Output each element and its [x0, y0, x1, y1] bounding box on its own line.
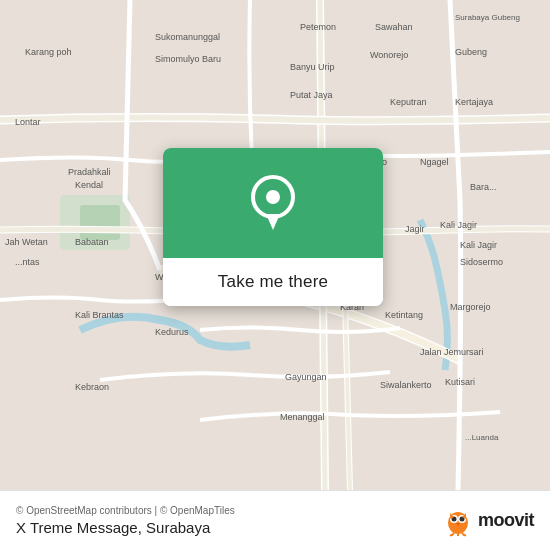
- moovit-owl-icon: [442, 505, 474, 537]
- svg-text:Gubeng: Gubeng: [455, 47, 487, 57]
- svg-text:Kertajaya: Kertajaya: [455, 97, 493, 107]
- svg-text:Kendal: Kendal: [75, 180, 103, 190]
- svg-text:Ngagel: Ngagel: [420, 157, 449, 167]
- location-name-text: X Treme Message, Surabaya: [16, 519, 442, 536]
- svg-text:...ntas: ...ntas: [15, 257, 40, 267]
- svg-text:Sawahan: Sawahan: [375, 22, 413, 32]
- svg-text:Lontar: Lontar: [15, 117, 41, 127]
- svg-text:Kali Jagir: Kali Jagir: [460, 240, 497, 250]
- svg-text:Simomulyo Baru: Simomulyo Baru: [155, 54, 221, 64]
- svg-marker-44: [266, 214, 280, 230]
- svg-text:Banyu Urip: Banyu Urip: [290, 62, 335, 72]
- bottom-left-info: © OpenStreetMap contributors | © OpenMap…: [16, 505, 442, 536]
- svg-text:Margorejo: Margorejo: [450, 302, 491, 312]
- moovit-brand-text: moovit: [478, 510, 534, 531]
- bottom-bar: © OpenStreetMap contributors | © OpenMap…: [0, 490, 550, 550]
- svg-text:Jah Wetan: Jah Wetan: [5, 237, 48, 247]
- svg-text:Bara...: Bara...: [470, 182, 497, 192]
- popup-card: Take me there: [163, 148, 383, 306]
- svg-text:Kali Brantas: Kali Brantas: [75, 310, 124, 320]
- svg-rect-2: [80, 205, 120, 240]
- take-me-there-button[interactable]: Take me there: [163, 258, 383, 306]
- popup-icon-area: [163, 148, 383, 258]
- svg-text:Kedurus: Kedurus: [155, 327, 189, 337]
- svg-text:Kutisari: Kutisari: [445, 377, 475, 387]
- svg-text:Petemon: Petemon: [300, 22, 336, 32]
- svg-point-43: [266, 190, 280, 204]
- svg-text:Putat Jaya: Putat Jaya: [290, 90, 333, 100]
- svg-text:Kali Jagir: Kali Jagir: [440, 220, 477, 230]
- svg-text:Sukomanunggal: Sukomanunggal: [155, 32, 220, 42]
- svg-text:Kebraon: Kebraon: [75, 382, 109, 392]
- svg-text:Siwalankerto: Siwalankerto: [380, 380, 432, 390]
- svg-text:Karang poh: Karang poh: [25, 47, 72, 57]
- svg-text:Keputran: Keputran: [390, 97, 427, 107]
- svg-text:Wonorejo: Wonorejo: [370, 50, 408, 60]
- app: Surabaya-Porong: [0, 0, 550, 550]
- svg-text:...Luanda: ...Luanda: [465, 433, 499, 442]
- moovit-logo: moovit: [442, 505, 534, 537]
- map-container[interactable]: Surabaya-Porong: [0, 0, 550, 490]
- svg-text:Surabaya Gubeng: Surabaya Gubeng: [455, 13, 520, 22]
- svg-text:Ketintang: Ketintang: [385, 310, 423, 320]
- svg-text:Pradahkali: Pradahkali: [68, 167, 111, 177]
- location-pin-icon: [248, 172, 298, 234]
- svg-text:Sidosermo: Sidosermo: [460, 257, 503, 267]
- svg-text:Jalan Jemursari: Jalan Jemursari: [420, 347, 484, 357]
- svg-text:Menanggal: Menanggal: [280, 412, 325, 422]
- svg-text:Gayungan: Gayungan: [285, 372, 327, 382]
- attribution-text: © OpenStreetMap contributors | © OpenMap…: [16, 505, 442, 516]
- svg-text:Babatan: Babatan: [75, 237, 109, 247]
- svg-text:Jagir: Jagir: [405, 224, 425, 234]
